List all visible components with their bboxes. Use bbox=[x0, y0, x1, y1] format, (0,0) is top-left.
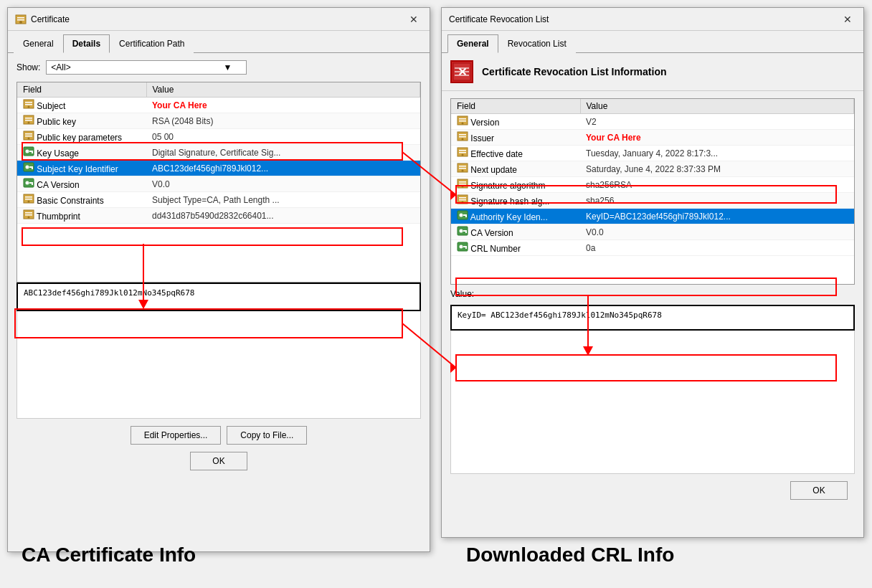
value-cell: Digital Signature, Certificate Sig... bbox=[146, 145, 420, 161]
crl-value-cell: Your CA Here bbox=[580, 130, 854, 146]
svg-point-52 bbox=[462, 154, 464, 156]
svg-rect-50 bbox=[459, 150, 466, 151]
cert-ok-button[interactable]: OK bbox=[190, 452, 247, 470]
crl-field-cell: Next update bbox=[451, 161, 580, 177]
field-cell: CA Version bbox=[17, 176, 146, 192]
svg-rect-26 bbox=[29, 182, 33, 184]
field-cell: Public key bbox=[17, 113, 146, 129]
svg-point-74 bbox=[460, 245, 463, 249]
crl-value-column-header: Value bbox=[580, 99, 854, 114]
svg-point-70 bbox=[460, 229, 463, 233]
field-cell: Public key parameters bbox=[17, 129, 146, 145]
svg-rect-2 bbox=[17, 19, 24, 21]
svg-point-11 bbox=[28, 122, 30, 124]
svg-point-7 bbox=[28, 106, 30, 108]
crl-value-cell: sha256 bbox=[580, 193, 854, 209]
edit-properties-button[interactable]: Edit Properties... bbox=[131, 426, 222, 445]
left-bottom-label: CA Certificate Info bbox=[22, 544, 196, 566]
show-label: Show: bbox=[16, 62, 40, 72]
crl-field-cell: Signature algorithm bbox=[451, 177, 580, 193]
crl-title-bar-left: Certificate Revocation List bbox=[449, 14, 549, 24]
svg-rect-29 bbox=[25, 196, 32, 198]
field-cell: Thumbprint bbox=[17, 208, 146, 224]
svg-rect-76 bbox=[465, 247, 467, 249]
svg-rect-68 bbox=[465, 216, 467, 217]
svg-point-35 bbox=[28, 217, 30, 219]
cert-button-row: Edit Properties... Copy to File... bbox=[16, 426, 421, 445]
svg-point-21 bbox=[26, 166, 29, 169]
svg-point-25 bbox=[26, 181, 29, 185]
svg-rect-19 bbox=[32, 152, 33, 153]
crl-value-cell: Tuesday, January 4, 2022 8:17:3... bbox=[580, 146, 854, 161]
show-value: <All> bbox=[51, 62, 70, 72]
tab-details[interactable]: Details bbox=[63, 34, 110, 53]
field-cell: Key Usage bbox=[17, 145, 146, 161]
crl-value-cell: V0.0 bbox=[580, 224, 854, 240]
cert-dialog-icon bbox=[15, 14, 27, 25]
field-cell: Basic Constraints bbox=[17, 192, 146, 208]
svg-point-56 bbox=[462, 170, 464, 172]
crl-field-cell: Version bbox=[451, 114, 580, 130]
crl-dialog-content: Field Value Version V2 Issuer Your CA He… bbox=[442, 91, 863, 507]
tab-crl-general[interactable]: General bbox=[447, 34, 498, 53]
svg-rect-9 bbox=[25, 118, 32, 119]
field-cell: Subject bbox=[17, 98, 146, 113]
svg-point-15 bbox=[28, 138, 30, 140]
cert-tabs: General Details Certification Path bbox=[8, 31, 430, 53]
crl-tabs: General Revocation List bbox=[442, 31, 863, 53]
tab-general[interactable]: General bbox=[14, 34, 63, 53]
value-cell: V0.0 bbox=[146, 176, 420, 192]
tab-certification-path[interactable]: Certification Path bbox=[110, 34, 194, 53]
svg-rect-38 bbox=[455, 67, 469, 69]
title-bar-left: Certificate bbox=[15, 14, 70, 25]
value-cell: ABC123def456ghi789Jkl012... bbox=[146, 161, 420, 176]
crl-icon: ✕ bbox=[450, 60, 473, 83]
svg-point-60 bbox=[462, 186, 464, 188]
cert-ok-row: OK bbox=[16, 452, 421, 470]
crl-ok-row: OK bbox=[450, 481, 855, 500]
crl-value-label: Value: bbox=[450, 289, 855, 299]
crl-field-cell: CRL Number bbox=[451, 240, 580, 256]
show-dropdown[interactable]: <All> ▼ bbox=[46, 60, 247, 75]
svg-point-48 bbox=[462, 138, 464, 141]
svg-rect-47 bbox=[459, 136, 466, 138]
svg-rect-43 bbox=[459, 120, 466, 122]
crl-close-button[interactable]: ✕ bbox=[839, 13, 856, 26]
svg-rect-67 bbox=[463, 214, 467, 216]
certificate-title-bar: Certificate ✕ bbox=[8, 8, 430, 31]
crl-field-cell: Issuer bbox=[451, 130, 580, 146]
svg-rect-13 bbox=[25, 133, 32, 135]
svg-point-31 bbox=[28, 201, 30, 203]
show-row: Show: <All> ▼ bbox=[16, 60, 421, 75]
value-cell: Your CA Here bbox=[146, 98, 420, 113]
svg-point-66 bbox=[460, 214, 463, 217]
crl-dialog-title: Certificate Revocation List bbox=[449, 14, 549, 24]
svg-rect-55 bbox=[459, 168, 466, 169]
svg-point-64 bbox=[462, 201, 464, 204]
copy-to-file-button[interactable]: Copy to File... bbox=[227, 426, 307, 445]
cert-value-box: ABC123def456ghi789Jkl012mNo345pqR678 bbox=[16, 283, 421, 311]
crl-value-cell: sha256RSA bbox=[580, 177, 854, 193]
svg-rect-34 bbox=[25, 214, 32, 216]
svg-rect-18 bbox=[29, 151, 33, 152]
svg-rect-59 bbox=[459, 184, 466, 185]
dropdown-arrow-icon: ▼ bbox=[223, 62, 232, 72]
cert-value-extended-area bbox=[16, 311, 421, 419]
crl-field-cell: Authority Key Iden... bbox=[451, 209, 580, 224]
svg-rect-63 bbox=[459, 199, 466, 201]
close-button[interactable]: ✕ bbox=[405, 13, 422, 26]
svg-rect-30 bbox=[25, 199, 32, 200]
field-column-header: Field bbox=[17, 82, 146, 98]
crl-value-cell: 0a bbox=[580, 240, 854, 256]
svg-rect-5 bbox=[25, 102, 32, 103]
tab-revocation-list[interactable]: Revocation List bbox=[498, 34, 576, 53]
field-cell: Subject Key Identifier bbox=[17, 161, 146, 176]
value-cell: Subject Type=CA, Path Length ... bbox=[146, 192, 420, 208]
crl-value-cell: V2 bbox=[580, 114, 854, 130]
svg-rect-62 bbox=[459, 197, 466, 199]
crl-value-cell: Saturday, June 4, 2022 8:37:33 PM bbox=[580, 161, 854, 177]
crl-ok-button[interactable]: OK bbox=[790, 481, 848, 500]
crl-value-cell: KeyID=ABC123def456ghi789Jkl012... bbox=[580, 209, 854, 224]
svg-point-44 bbox=[462, 123, 464, 125]
svg-rect-33 bbox=[25, 212, 32, 214]
